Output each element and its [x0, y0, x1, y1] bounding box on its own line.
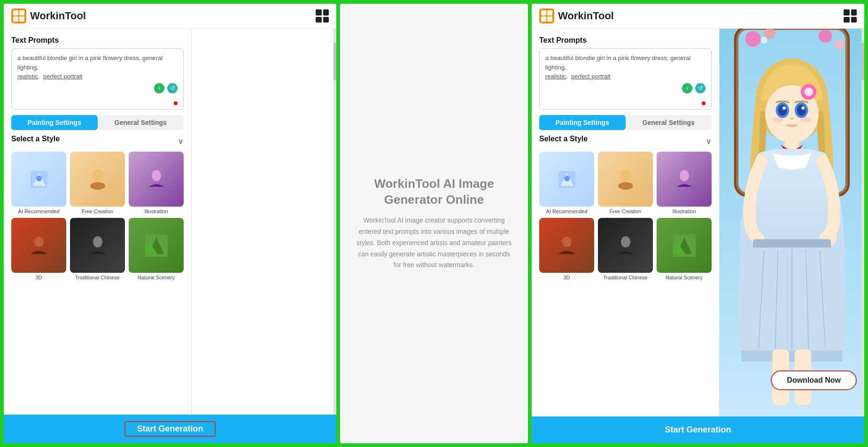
style-traditional-chinese[interactable]: Traditional Chinese — [70, 218, 125, 280]
style-label-chinese: Traditional Chinese — [75, 275, 119, 280]
prompt-text: a beautiful blondie girl in a pink flowe… — [17, 54, 163, 80]
svg-rect-4 — [19, 16, 24, 22]
right-scroll-thumb[interactable] — [861, 43, 864, 80]
svg-point-50 — [800, 117, 812, 123]
right-logo-area: WorkinTool — [539, 8, 614, 23]
right-generate-bar: Start Generation — [532, 416, 864, 443]
style-illustration[interactable]: Illustration — [129, 152, 184, 214]
style-free-creation[interactable]: Free Creation — [70, 152, 125, 214]
middle-description: WorkinTool AI image creator supports con… — [354, 215, 514, 271]
left-start-generation-button[interactable]: Start Generation — [124, 421, 215, 437]
style-section-header: Select a Style ∨ — [11, 135, 184, 147]
left-right-col — [192, 29, 336, 415]
refresh-icon[interactable]: ↺ — [167, 83, 178, 93]
svg-point-9 — [90, 182, 105, 190]
left-grid-menu-icon[interactable] — [316, 9, 329, 23]
left-settings-col: Text Prompts a beautiful blondie girl in… — [4, 29, 192, 415]
right-style-ai-recommended[interactable]: AI Recommended — [539, 152, 594, 214]
style-thumb-illust — [129, 152, 184, 207]
middle-title: WorkinTool AI Image Generator Online — [354, 176, 514, 208]
right-text-prompts-label: Text Prompts — [539, 36, 712, 45]
svg-point-48 — [801, 106, 805, 109]
right-style-thumb-chinese — [598, 218, 653, 273]
style-thumb-chinese — [70, 218, 125, 273]
right-start-generation-button[interactable]: Start Generation — [653, 423, 742, 437]
right-style-grid: AI Recommended Free Creation — [539, 152, 712, 280]
right-style-traditional-chinese[interactable]: Traditional Chinese — [598, 218, 653, 280]
svg-rect-1 — [13, 10, 18, 15]
right-style-illustration[interactable]: Illustration — [657, 152, 712, 214]
right-panel: WorkinTool Text Prompts a beautiful blon… — [532, 4, 864, 443]
right-style-thumb-ai-rec — [539, 152, 594, 207]
right-panel-header: WorkinTool — [532, 4, 864, 29]
right-style-free-creation[interactable]: Free Creation — [598, 152, 653, 214]
right-chevron-down-icon[interactable]: ∨ — [706, 137, 712, 146]
svg-point-35 — [745, 31, 760, 46]
general-settings-tab[interactable]: General Settings — [98, 115, 184, 130]
right-red-dot — [702, 101, 705, 105]
right-settings-col: Text Prompts a beautiful blondie girl in… — [532, 29, 720, 416]
right-refresh-icon[interactable]: ↺ — [695, 83, 705, 93]
svg-point-45 — [778, 105, 787, 116]
svg-point-28 — [621, 236, 630, 247]
style-label-3d: 3D — [35, 275, 42, 280]
svg-point-39 — [761, 37, 767, 43]
style-label-ai-rec: AI Recommended — [18, 208, 59, 214]
svg-point-46 — [797, 105, 806, 116]
download-now-button[interactable]: Download Now — [771, 370, 857, 390]
right-prompt-text: a beautiful blondie girl in a pink flowe… — [545, 54, 690, 80]
settings-tab-row: Painting Settings General Settings — [11, 115, 184, 130]
svg-rect-2 — [19, 10, 24, 15]
right-grid-menu-icon[interactable] — [844, 9, 857, 23]
right-style-thumb-free — [598, 152, 653, 207]
right-style-label-ai-rec: AI Recommended — [546, 208, 587, 214]
generated-image: Download Now — [720, 29, 864, 416]
svg-point-7 — [36, 176, 42, 181]
style-thumb-scenery — [129, 218, 184, 273]
right-style-natural-scenery[interactable]: Natural Scenery — [657, 218, 712, 280]
style-thumb-free — [70, 152, 125, 207]
anime-girl-svg — [720, 29, 864, 416]
text-prompts-label: Text Prompts — [11, 36, 184, 45]
right-painting-settings-tab[interactable]: Painting Settings — [539, 115, 626, 130]
style-3d[interactable]: 3D — [11, 218, 66, 280]
style-label-scenery: Natural Scenery — [138, 275, 175, 280]
style-label-illust: Illustration — [144, 208, 168, 214]
svg-point-23 — [564, 176, 570, 181]
right-settings-tab-row: Painting Settings General Settings — [539, 115, 712, 130]
svg-rect-17 — [541, 10, 546, 15]
svg-point-8 — [92, 169, 103, 182]
left-scroll-thumb[interactable] — [333, 43, 336, 80]
svg-point-25 — [618, 182, 633, 190]
right-style-label-free: Free Creation — [610, 208, 641, 214]
left-logo-text: WorkinTool — [30, 10, 86, 22]
right-style-label-3d: 3D — [563, 275, 570, 280]
style-thumb-3d — [11, 218, 66, 273]
right-logo-text: WorkinTool — [558, 10, 614, 22]
logo-icon — [11, 8, 26, 23]
right-general-settings-tab[interactable]: General Settings — [626, 115, 712, 130]
svg-rect-3 — [13, 16, 18, 22]
right-style-label-chinese: Traditional Chinese — [603, 275, 647, 280]
middle-info-panel: WorkinTool AI Image Generator Online Wor… — [340, 4, 528, 443]
chevron-down-icon[interactable]: ∨ — [178, 137, 184, 146]
left-generate-bar: Start Generation — [4, 415, 336, 443]
text-prompt-box[interactable]: a beautiful blondie girl in a pink flowe… — [11, 48, 184, 109]
right-female-icon[interactable]: ♀ — [682, 83, 692, 93]
prompt-icons-row: ♀ ↺ — [17, 83, 178, 93]
right-image-preview-col: Download Now — [720, 29, 864, 416]
style-natural-scenery[interactable]: Natural Scenery — [129, 218, 184, 280]
right-select-style-label: Select a Style — [539, 135, 588, 143]
svg-point-12 — [93, 236, 102, 247]
left-panel: WorkinTool Text Prompts a beautiful blon… — [4, 4, 336, 443]
left-scrollbar[interactable] — [333, 29, 336, 415]
svg-point-26 — [680, 170, 689, 181]
right-scrollbar[interactable] — [861, 29, 864, 416]
female-icon[interactable]: ♀ — [154, 83, 164, 93]
style-ai-recommended[interactable]: AI Recommended — [11, 152, 66, 214]
svg-point-47 — [783, 106, 786, 109]
painting-settings-tab[interactable]: Painting Settings — [11, 115, 98, 130]
right-style-3d[interactable]: 3D — [539, 218, 594, 280]
right-text-prompt-box[interactable]: a beautiful blondie girl in a pink flowe… — [539, 48, 712, 109]
style-label-free: Free Creation — [82, 208, 113, 214]
